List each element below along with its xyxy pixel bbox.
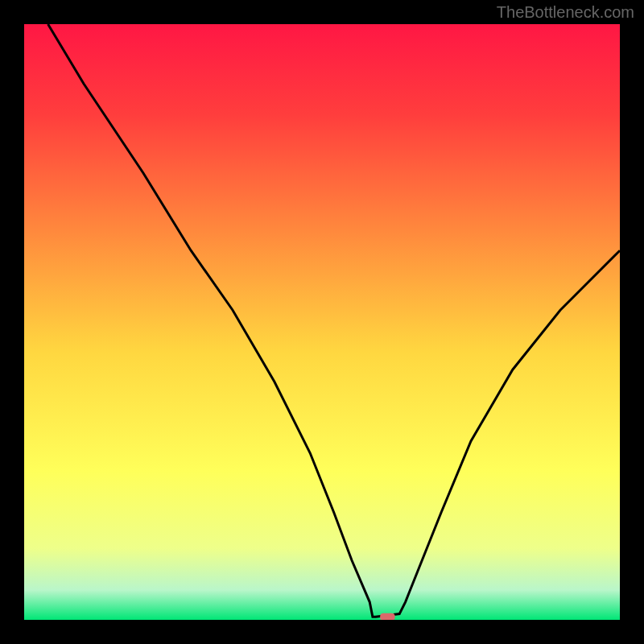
- chart-svg: [24, 24, 620, 620]
- watermark-text: TheBottleneck.com: [497, 3, 634, 22]
- optimal-marker: [380, 613, 395, 620]
- chart-container: [24, 24, 620, 620]
- gradient-background: [24, 24, 620, 620]
